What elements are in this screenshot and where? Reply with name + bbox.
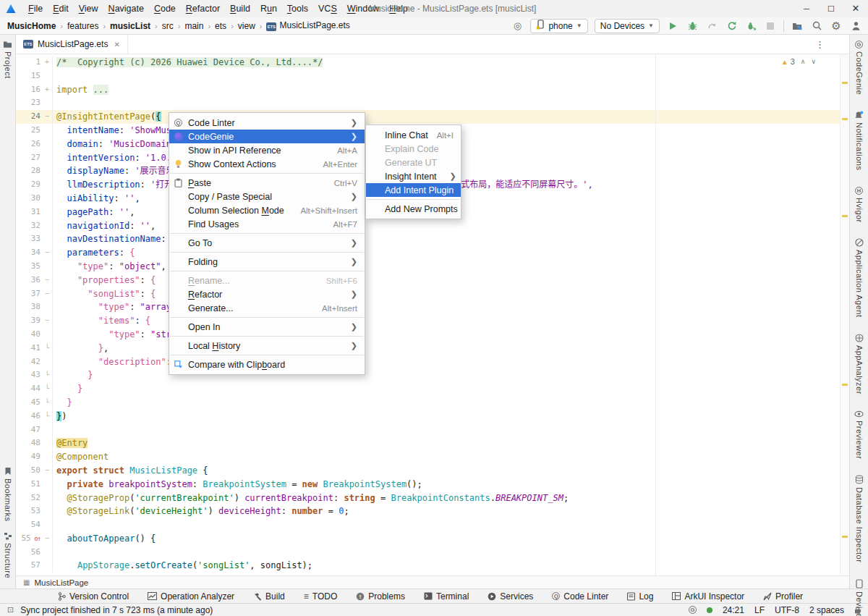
line-number[interactable]: 27 bbox=[16, 151, 42, 165]
line-number[interactable]: 52 bbox=[16, 491, 42, 505]
fold-marker[interactable]: + bbox=[42, 83, 53, 97]
toolwindow-terminal[interactable]: Terminal bbox=[424, 591, 469, 602]
tool-strip-notifications[interactable]: Notifications bbox=[854, 111, 864, 170]
code-line-36[interactable]: 36− "properties": { bbox=[16, 274, 849, 287]
fold-marker[interactable]: − bbox=[42, 532, 53, 546]
breadcrumb-item-view[interactable]: view bbox=[237, 21, 257, 31]
code-line-56[interactable]: 56 bbox=[16, 546, 849, 560]
code-line-40[interactable]: 40 "type": "stri bbox=[16, 328, 849, 342]
line-number[interactable]: 35 bbox=[16, 260, 42, 274]
code-line-33[interactable]: 33 navDestinationName: ' bbox=[16, 232, 849, 246]
restore-layout-icon[interactable]: ⊡ bbox=[7, 605, 14, 615]
status-caret-position[interactable]: 24:21 bbox=[723, 605, 744, 615]
submenu-item-add-intent-plugin[interactable]: Add Intent Plugin bbox=[366, 183, 461, 197]
context-menu-item-show-context-actions[interactable]: Show Context ActionsAlt+Enter bbox=[169, 157, 365, 171]
status-indent-setting[interactable]: 2 spaces bbox=[809, 605, 844, 615]
line-number[interactable]: 29 bbox=[16, 178, 42, 192]
code-line-42[interactable]: 42 "description": bbox=[16, 355, 849, 369]
menu-navigate[interactable]: Navigate bbox=[103, 2, 149, 15]
code-line-49[interactable]: 49@Component bbox=[16, 450, 849, 464]
search-icon[interactable] bbox=[810, 20, 823, 33]
code-line-48[interactable]: 48@Entry bbox=[16, 436, 849, 450]
fold-marker[interactable]: └ bbox=[42, 410, 53, 423]
tool-strip-previewer[interactable]: Previewer bbox=[854, 410, 864, 459]
line-number[interactable]: 41 bbox=[16, 342, 42, 355]
code-line-38[interactable]: 38 "type": "array" bbox=[16, 300, 849, 314]
toolwindow-profiler[interactable]: Profiler bbox=[763, 591, 803, 602]
toolwindow-todo[interactable]: ≡TODO bbox=[304, 591, 337, 602]
menu-file[interactable]: File bbox=[23, 2, 48, 15]
editor-breadcrumb[interactable]: ▦ MusicListPage bbox=[16, 575, 849, 588]
next-warning-icon[interactable]: ∨ bbox=[811, 58, 816, 65]
code-line-50[interactable]: 50−export struct MusicListPage { bbox=[16, 464, 849, 478]
fold-marker[interactable]: + bbox=[42, 56, 53, 69]
code-line-34[interactable]: 34− parameters: { bbox=[16, 246, 849, 260]
target-icon[interactable]: ◎ bbox=[511, 20, 524, 33]
menu-vcs[interactable]: VCS bbox=[313, 2, 342, 15]
toolwindow-problems[interactable]: !Problems bbox=[356, 591, 405, 602]
code-line-41[interactable]: 41└ }, bbox=[16, 342, 849, 355]
menu-view[interactable]: View bbox=[74, 2, 103, 15]
line-number[interactable]: 33 bbox=[16, 232, 42, 246]
line-number[interactable]: 16 bbox=[16, 83, 42, 97]
toolwindow-version-control[interactable]: Version Control bbox=[58, 591, 129, 602]
maximize-button[interactable]: ☐ bbox=[819, 0, 843, 17]
context-menu-item-code-linter[interactable]: QCode Linter❯ bbox=[169, 116, 365, 130]
line-number[interactable]: 37 bbox=[16, 287, 42, 301]
context-menu-item-compare-with-clipboard[interactable]: Compare with Clipboard bbox=[169, 358, 365, 371]
line-number[interactable]: 42 bbox=[16, 355, 42, 369]
line-number[interactable]: 40 bbox=[16, 328, 42, 342]
tab-options-icon[interactable]: ⋮ bbox=[815, 39, 825, 50]
line-number[interactable]: 57 bbox=[16, 559, 42, 573]
tab-musiclistpage[interactable]: ETS MusicListPage.ets ✕ bbox=[16, 35, 128, 54]
debug-restart-icon[interactable] bbox=[744, 20, 757, 33]
line-number[interactable]: 34 bbox=[16, 246, 42, 260]
code-line-35[interactable]: 35 "type": "object", bbox=[16, 260, 849, 274]
line-number[interactable]: 30 bbox=[16, 192, 42, 206]
fold-marker[interactable]: − bbox=[42, 110, 53, 124]
minimize-button[interactable]: ─ bbox=[794, 0, 819, 17]
code-line-43[interactable]: 43└ } bbox=[16, 368, 849, 382]
line-number[interactable]: 47 bbox=[16, 423, 42, 437]
prev-warning-icon[interactable]: ∧ bbox=[801, 58, 806, 65]
status-line-ending[interactable]: LF bbox=[754, 605, 765, 615]
menu-tools[interactable]: Tools bbox=[282, 2, 313, 15]
line-number[interactable]: 56 bbox=[16, 546, 42, 560]
rerun-icon[interactable] bbox=[725, 20, 738, 33]
breadcrumb-item-musichome[interactable]: MusicHome bbox=[6, 21, 57, 31]
line-number[interactable]: 31 bbox=[16, 206, 42, 219]
context-menu-item-folding[interactable]: Folding❯ bbox=[169, 255, 365, 269]
stop-icon[interactable] bbox=[764, 20, 777, 33]
code-line-45[interactable]: 45└ } bbox=[16, 396, 849, 410]
debug-icon[interactable] bbox=[686, 20, 699, 33]
code-line-37[interactable]: 37− "songList": { bbox=[16, 287, 849, 301]
line-number[interactable]: 49 bbox=[16, 450, 42, 464]
menu-refactor[interactable]: Refactor bbox=[181, 2, 225, 15]
code-line-54[interactable]: 54 bbox=[16, 518, 849, 532]
context-menu-item-show-in-api-reference[interactable]: Show in API ReferenceAlt+A bbox=[169, 143, 365, 157]
fold-marker[interactable]: − bbox=[42, 314, 53, 328]
line-number[interactable]: 54 bbox=[16, 518, 42, 532]
code-line-55[interactable]: 55 o↑− aboutToAppear() { bbox=[16, 532, 849, 546]
menu-build[interactable]: Build bbox=[225, 2, 255, 15]
tool-strip-application-agent[interactable]: Application Agent bbox=[855, 238, 864, 318]
fold-marker[interactable]: └ bbox=[42, 382, 53, 396]
line-number[interactable]: 28 bbox=[16, 164, 42, 178]
code-line-24[interactable]: 24−@InsightIntentPage({ bbox=[16, 110, 849, 124]
code-line-57[interactable]: 57 AppStorage.setOrCreate('songList', so… bbox=[16, 559, 849, 573]
fold-marker[interactable]: └ bbox=[42, 368, 53, 382]
toolwindow-build[interactable]: Build bbox=[253, 591, 285, 602]
context-menu-item-generate-[interactable]: Generate...Alt+Insert bbox=[169, 301, 365, 315]
code-line-52[interactable]: 52 @StorageProp('currentBreakpoint') cur… bbox=[16, 491, 849, 505]
context-menu-item-rename-[interactable]: Rename...Shift+F6 bbox=[169, 274, 365, 287]
menu-run[interactable]: Run bbox=[255, 2, 282, 15]
line-number[interactable]: 46 bbox=[16, 410, 42, 423]
device-manager-icon[interactable] bbox=[791, 20, 804, 33]
line-number[interactable]: 51 bbox=[16, 478, 42, 491]
status-encoding[interactable]: UTF-8 bbox=[775, 605, 799, 615]
line-number[interactable]: 48 bbox=[16, 436, 42, 450]
line-number[interactable]: 43 bbox=[16, 368, 42, 382]
fold-marker[interactable]: − bbox=[42, 287, 53, 301]
line-number[interactable]: 38 bbox=[16, 300, 42, 314]
context-menu-item-go-to[interactable]: Go To❯ bbox=[169, 236, 365, 250]
